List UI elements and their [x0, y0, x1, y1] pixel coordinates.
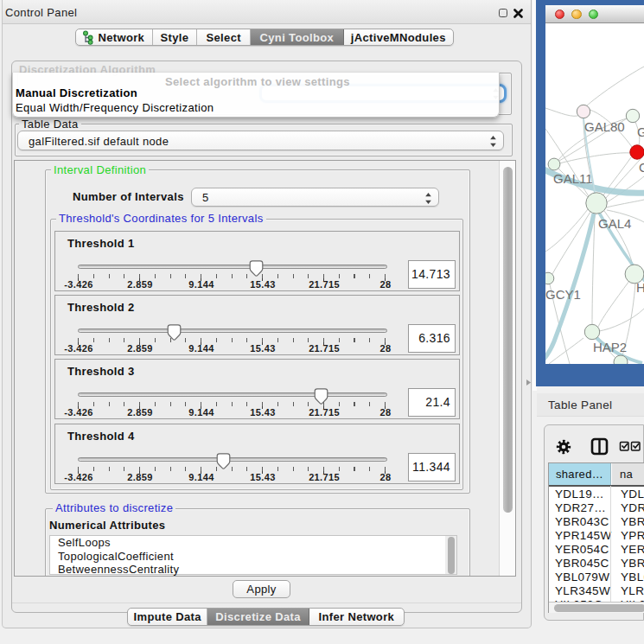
svg-text:GCY1: GCY1	[545, 287, 581, 302]
svg-text:HAP2: HAP2	[593, 340, 627, 354]
svg-text:G: G	[639, 160, 644, 175]
svg-text:GAL11: GAL11	[553, 171, 593, 186]
svg-text:GAL4: GAL4	[598, 216, 631, 231]
svg-text:GAL80: GAL80	[584, 119, 625, 134]
svg-text:G.: G.	[637, 124, 644, 139]
svg-text:H: H	[636, 280, 644, 295]
